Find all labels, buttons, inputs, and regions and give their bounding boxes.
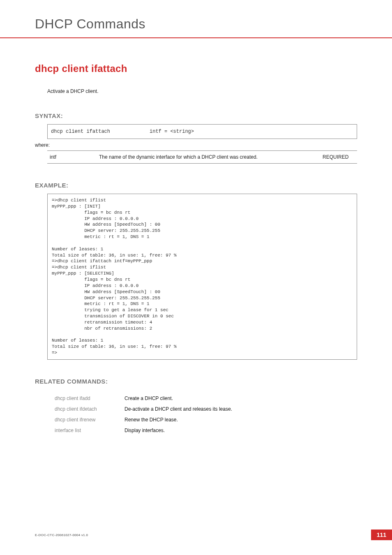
related-label: RELATED COMMANDS:: [35, 378, 357, 385]
related-desc: Renew the DHCP lease.: [125, 416, 232, 423]
related-row: dhcp client ifadd Create a DHCP client.: [55, 395, 232, 402]
page: DHCP Commands dhcp client ifattach Activ…: [0, 0, 392, 555]
syntax-command: dhcp client ifattach: [51, 129, 150, 134]
section-description: Activate a DHCP client.: [47, 88, 357, 94]
chapter-title: DHCP Commands: [35, 16, 357, 32]
related-cmd: dhcp client ifdetach: [55, 405, 125, 413]
related-row: dhcp client ifrenew Renew the DHCP lease…: [55, 416, 232, 423]
related-row: dhcp client ifdetach De-activate a DHCP …: [55, 405, 232, 413]
section-title: dhcp client ifattach: [35, 63, 357, 74]
related-cmd: dhcp client ifadd: [55, 395, 125, 402]
param-row: intf The name of the dynamic interface f…: [47, 151, 357, 164]
syntax-row: dhcp client ifattach intf = <string>: [51, 129, 353, 134]
related-cmd: dhcp client ifrenew: [55, 416, 125, 423]
related-desc: Create a DHCP client.: [125, 395, 232, 402]
param-required: REQUIRED: [320, 151, 357, 164]
footer: E-DOC-CTC-20061027-0004 v1.0 111: [35, 530, 392, 540]
example-box: =>dhcp client iflist myPPP_ppp : [INIT] …: [47, 194, 357, 360]
syntax-label: SYNTAX:: [35, 112, 357, 119]
related-table: dhcp client ifadd Create a DHCP client. …: [55, 391, 232, 437]
syntax-box: dhcp client ifattach intf = <string>: [47, 124, 357, 139]
example-label: EXAMPLE:: [35, 182, 357, 189]
chapter-rule: [0, 37, 392, 38]
param-name: intf: [47, 151, 97, 164]
related-cmd: interface list: [55, 427, 125, 434]
param-desc: The name of the dynamic interface for wh…: [97, 151, 320, 164]
related-desc: De-activate a DHCP client and releases i…: [125, 405, 232, 413]
doc-reference: E-DOC-CTC-20061027-0004 v1.0: [35, 533, 88, 537]
page-number: 111: [371, 530, 392, 540]
related-row: interface list Display interfaces.: [55, 427, 232, 434]
param-table: intf The name of the dynamic interface f…: [47, 150, 357, 164]
related-desc: Display interfaces.: [125, 427, 232, 434]
where-label: where:: [35, 142, 357, 148]
syntax-args: intf = <string>: [150, 129, 194, 134]
